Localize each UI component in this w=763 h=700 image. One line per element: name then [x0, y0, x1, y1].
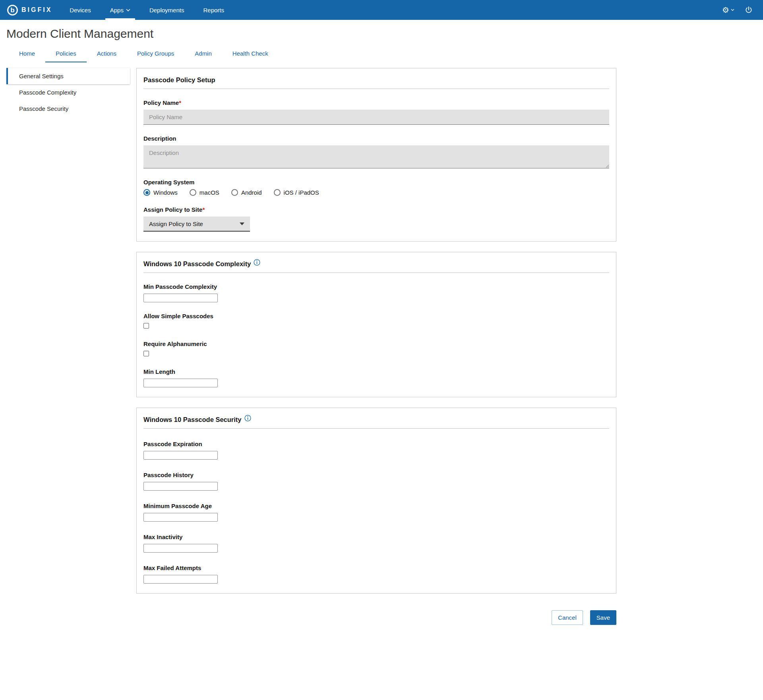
- field-passcode-history: Passcode History: [143, 472, 609, 491]
- section-tabs: Home Policies Actions Policy Groups Admi…: [0, 47, 763, 62]
- save-button[interactable]: Save: [590, 610, 616, 625]
- allow-simple-passcodes-checkbox[interactable]: [143, 323, 149, 329]
- policies-sidebar: General Settings Passcode Complexity Pas…: [6, 68, 130, 117]
- field-allow-simple-passcodes: Allow Simple Passcodes: [143, 313, 609, 330]
- assign-policy-to-site-select[interactable]: Assign Policy to Site: [143, 217, 250, 232]
- tab-health-check[interactable]: Health Check: [222, 47, 279, 62]
- radio-button-icon: [231, 189, 238, 196]
- brand-name: BIGFIX: [21, 6, 52, 14]
- policy-form: Passcode Policy Setup Policy Name* Descr…: [136, 68, 616, 604]
- logout-button[interactable]: [745, 6, 753, 14]
- info-icon[interactable]: [244, 415, 251, 422]
- panel-passcode-policy-setup: Passcode Policy Setup Policy Name* Descr…: [136, 68, 616, 242]
- radio-macos[interactable]: macOS: [190, 189, 219, 196]
- radio-button-icon: [274, 189, 281, 196]
- field-min-length: Min Length: [143, 368, 609, 387]
- panel-passcode-complexity: Windows 10 Passcode Complexity Min Passc…: [136, 252, 616, 397]
- nav-item-deployments[interactable]: Deployments: [140, 0, 194, 20]
- gear-icon: ⚙: [722, 6, 729, 14]
- assign-policy-to-site-label: Assign Policy to Site*: [143, 206, 609, 213]
- operating-system-label: Operating System: [143, 179, 609, 186]
- tab-policy-groups[interactable]: Policy Groups: [127, 47, 184, 62]
- field-minimum-passcode-age: Minimum Passcode Age: [143, 503, 609, 522]
- panel-title: Windows 10 Passcode Security: [143, 414, 242, 423]
- field-max-failed-attempts: Max Failed Attempts: [143, 565, 609, 584]
- info-icon[interactable]: [254, 259, 260, 266]
- passcode-history-input[interactable]: [143, 482, 218, 491]
- passcode-expiration-input[interactable]: [143, 451, 218, 460]
- bigfix-logo[interactable]: b BIGFIX: [0, 0, 60, 20]
- content-area: General Settings Passcode Complexity Pas…: [0, 62, 763, 604]
- required-asterisk: *: [179, 99, 181, 106]
- sidebar-item-passcode-security[interactable]: Passcode Security: [6, 101, 130, 117]
- required-asterisk: *: [202, 206, 205, 213]
- nav-item-reports[interactable]: Reports: [194, 0, 234, 20]
- panel-passcode-security: Windows 10 Passcode Security Passcode Ex…: [136, 408, 616, 594]
- bigfix-logo-icon: b: [7, 5, 18, 15]
- radio-android[interactable]: Android: [231, 189, 262, 196]
- power-icon: [745, 6, 753, 14]
- divider: [143, 273, 609, 273]
- require-alphanumeric-checkbox[interactable]: [143, 351, 149, 356]
- top-navigation-bar: b BIGFIX Devices Apps Deployments Report…: [0, 0, 763, 20]
- min-length-input[interactable]: [143, 379, 218, 387]
- radio-button-icon: [143, 189, 150, 196]
- min-passcode-complexity-input[interactable]: [143, 294, 218, 302]
- minimum-passcode-age-input[interactable]: [143, 513, 218, 522]
- divider: [143, 428, 609, 429]
- policy-name-input[interactable]: [143, 110, 609, 125]
- description-textarea[interactable]: [143, 145, 609, 168]
- tab-home[interactable]: Home: [9, 47, 45, 62]
- field-min-passcode-complexity: Min Passcode Complexity: [143, 283, 609, 302]
- radio-button-icon: [190, 189, 196, 196]
- cancel-button[interactable]: Cancel: [552, 610, 583, 625]
- top-nav: Devices Apps Deployments Reports: [60, 0, 234, 20]
- panel-title: Windows 10 Passcode Complexity: [143, 259, 251, 268]
- max-failed-attempts-input[interactable]: [143, 575, 218, 584]
- topbar-right: ⚙: [722, 0, 763, 20]
- divider: [143, 89, 609, 89]
- nav-item-devices[interactable]: Devices: [60, 0, 100, 20]
- nav-item-apps[interactable]: Apps: [101, 0, 140, 20]
- field-max-inactivity: Max Inactivity: [143, 534, 609, 553]
- panel-title: Passcode Policy Setup: [143, 75, 215, 84]
- field-require-alphanumeric: Require Alphanumeric: [143, 340, 609, 358]
- select-caret-icon: [240, 222, 244, 225]
- policy-name-label: Policy Name*: [143, 99, 609, 106]
- chevron-down-icon: [731, 9, 734, 11]
- max-inactivity-input[interactable]: [143, 544, 218, 553]
- tab-admin[interactable]: Admin: [184, 47, 222, 62]
- field-passcode-expiration: Passcode Expiration: [143, 441, 609, 460]
- description-label: Description: [143, 135, 609, 142]
- sidebar-item-passcode-complexity[interactable]: Passcode Complexity: [6, 84, 130, 101]
- page-title: Modern Client Management: [0, 20, 763, 43]
- radio-windows[interactable]: Windows: [143, 189, 178, 196]
- radio-ios-ipados[interactable]: iOS / iPadOS: [274, 189, 319, 196]
- tab-policies[interactable]: Policies: [45, 47, 87, 62]
- form-actions: Cancel Save: [0, 604, 763, 641]
- operating-system-radio-group: Windows macOS Android iOS / iPadOS: [143, 189, 609, 196]
- tab-actions[interactable]: Actions: [87, 47, 127, 62]
- chevron-down-icon: [126, 9, 130, 12]
- settings-menu-button[interactable]: ⚙: [722, 6, 734, 14]
- sidebar-item-general-settings[interactable]: General Settings: [6, 68, 130, 84]
